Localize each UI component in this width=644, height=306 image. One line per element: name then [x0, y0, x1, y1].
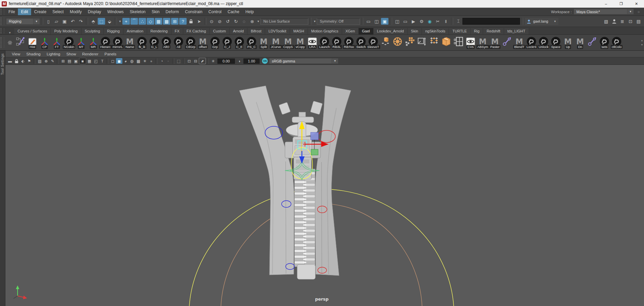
snap-projected-center-icon[interactable]: ◇	[147, 18, 154, 25]
isolate-select-icon[interactable]: ⬚	[175, 58, 182, 64]
light-editor-icon[interactable]: ◉	[426, 18, 433, 25]
pause-viewport-icon[interactable]: ‖	[442, 18, 450, 25]
shelf-tab-rigging[interactable]: Rigging	[104, 28, 123, 34]
field-chart-icon[interactable]: ▦	[86, 58, 93, 64]
exposure-field[interactable]: 0.00	[217, 58, 235, 64]
shelf-tab-motion-graphics[interactable]: Motion Graphics	[308, 28, 342, 34]
menu-modify[interactable]: Modify	[67, 8, 85, 15]
chevron-down-icon[interactable]: ▼	[627, 9, 634, 14]
shelf-item-ctlcolo[interactable]: ctlColo	[611, 35, 623, 50]
drag-handle[interactable]	[1, 9, 4, 14]
minimize-button[interactable]: –	[598, 0, 614, 7]
two-pane-icon[interactable]: ◫	[373, 18, 380, 25]
shelf-item-mashgrid[interactable]	[404, 35, 416, 50]
shelf-item-whitegrid[interactable]	[452, 35, 464, 50]
rig-control-green-square[interactable]	[311, 149, 318, 155]
grease-pencil-icon[interactable]: ✎	[49, 58, 56, 64]
gate-mask-icon[interactable]: ■	[79, 58, 86, 64]
shelf-item-c_e[interactable]: C_E	[233, 35, 245, 50]
shelf-item-nodes[interactable]	[14, 35, 26, 50]
shelf-tab-animation[interactable]: Animation	[123, 28, 147, 34]
panel-menu-panels[interactable]: Panels	[101, 51, 119, 57]
symmetry-dropdown-icon[interactable]: ▼	[313, 18, 317, 24]
shelf-tab-rendering[interactable]: Rendering	[147, 28, 171, 34]
resolution-gate-icon[interactable]: ▣	[73, 58, 79, 64]
menu-constrain[interactable]: Constrain	[182, 8, 205, 15]
shelf-item-dn[interactable]: MDn	[574, 35, 586, 50]
menu-cache[interactable]: Cache	[224, 8, 242, 15]
tool-settings-collapsed-panel[interactable]: Tool Settings	[0, 51, 5, 306]
drag-handle[interactable]	[1, 28, 4, 33]
menu-display[interactable]: Display	[85, 8, 104, 15]
shelf-item-joint[interactable]	[501, 35, 513, 50]
sequence-render-icon[interactable]: ✂	[434, 18, 442, 25]
textured-icon[interactable]: ◕	[122, 58, 129, 64]
workspace-options-icon[interactable]: ○	[636, 9, 641, 15]
list-outputs-icon[interactable]: ⊘	[216, 18, 223, 25]
shelf-item-switch[interactable]: Switch	[355, 35, 367, 50]
lock-camera-icon[interactable]	[13, 58, 20, 64]
chevron-down-icon[interactable]: ▼	[33, 19, 40, 24]
menu-help[interactable]: Help	[242, 8, 257, 15]
open-scene-icon[interactable]: ▱	[53, 18, 60, 25]
shelf-item-ribtoo[interactable]: RibToo	[343, 35, 355, 50]
snap-grid-icon[interactable]: +	[122, 18, 130, 25]
shelf-tab-ldvtoolkit[interactable]: LDVToolkit	[265, 28, 290, 34]
snap-point-icon[interactable]: ∴	[139, 18, 146, 25]
shelf-item-name[interactable]: MName	[124, 35, 136, 50]
wireframe-icon[interactable]: ◻	[110, 58, 116, 64]
shelf-item-vcopy[interactable]: MvCopy	[294, 35, 306, 50]
snap-together-icon[interactable]: ⊞	[171, 18, 178, 25]
shelf-item-mashpackage[interactable]	[440, 35, 452, 50]
shelf-item-mt[interactable]: MT	[75, 35, 87, 50]
viewport-canvas[interactable]: persp	[5, 65, 644, 306]
select-hierarchy-icon[interactable]: ⬘	[90, 18, 97, 25]
shelf-item-paster[interactable]: MPaster	[489, 35, 501, 50]
shelf-item-launch[interactable]: Launch	[318, 35, 331, 50]
modeling-toolkit-icon[interactable]: ▧	[602, 18, 610, 25]
new-scene-icon[interactable]: ▯	[45, 18, 52, 25]
shelf-scroll-up-icon[interactable]: ▲	[641, 39, 643, 42]
shelf-tab-skin[interactable]: Skin	[408, 28, 422, 34]
pane-person-icon[interactable]: ▣	[381, 18, 388, 25]
zipper-teeth[interactable]	[294, 169, 315, 267]
shelf-tab-arnold[interactable]: Arnold	[230, 28, 247, 34]
shelf-item-unlock[interactable]: Unlock	[538, 35, 550, 50]
gamma-field[interactable]: 1.00	[243, 58, 260, 64]
shelf-item-sleevet[interactable]: SleeveT	[367, 35, 379, 50]
plugin-objects-icon[interactable]: ⬈	[199, 58, 206, 64]
shelf-item-offset[interactable]: Moffset	[197, 35, 209, 50]
shelf-item-g_l[interactable]: G_L	[148, 35, 160, 50]
shelf-item-mirrorl[interactable]: mirrorL	[112, 35, 124, 50]
selection-mask-dropdown-icon[interactable]: ▼	[118, 18, 122, 24]
menu-deform[interactable]: Deform	[163, 8, 182, 15]
single-pane-icon[interactable]: ▭	[365, 18, 372, 25]
shelf-item-joint[interactable]	[586, 35, 598, 50]
shelf-editor-button[interactable]	[5, 40, 14, 45]
shelf-item-grp[interactable]: Grp	[209, 35, 221, 50]
menu-windows[interactable]: Windows	[104, 8, 127, 15]
rig-control-purple-square[interactable]	[311, 132, 318, 140]
snap-view-plane-icon[interactable]: ▦	[155, 18, 162, 25]
shelf-item-split[interactable]: MSplit	[258, 35, 270, 50]
drag-handle[interactable]	[1, 37, 4, 48]
pan-zoom-icon[interactable]: ⊕	[43, 58, 49, 64]
shelf-item-mr[interactable]: MR	[87, 35, 99, 50]
shelf-item-c_j[interactable]: C_J	[221, 35, 233, 50]
shelf-item-ctlgrp[interactable]: CtlGrp	[185, 35, 197, 50]
ipr-render-icon[interactable]: ▶	[410, 18, 417, 25]
menu-create[interactable]: Create	[31, 8, 49, 15]
drag-handle[interactable]	[1, 18, 4, 25]
shelf-tab-bifrost[interactable]: Bifrost	[247, 28, 265, 34]
maximize-button[interactable]: ❐	[614, 0, 629, 7]
redo-icon[interactable]: ↷	[77, 18, 85, 25]
viewport-scene[interactable]: persp	[5, 65, 644, 306]
motion-blur-icon[interactable]: ▫	[165, 58, 171, 64]
render-current-frame-icon[interactable]: ▭	[402, 18, 409, 25]
smooth-shade-icon[interactable]: ◼	[116, 58, 122, 64]
shelf-tab-rig[interactable]: Rig	[471, 28, 483, 34]
menu-skin[interactable]: Skin	[149, 8, 163, 15]
shelf-tab-mash[interactable]: MASH	[290, 28, 308, 34]
shelf-item-absym[interactable]: MABSym	[477, 35, 489, 50]
shelf-item-up[interactable]: MUp	[562, 35, 574, 50]
